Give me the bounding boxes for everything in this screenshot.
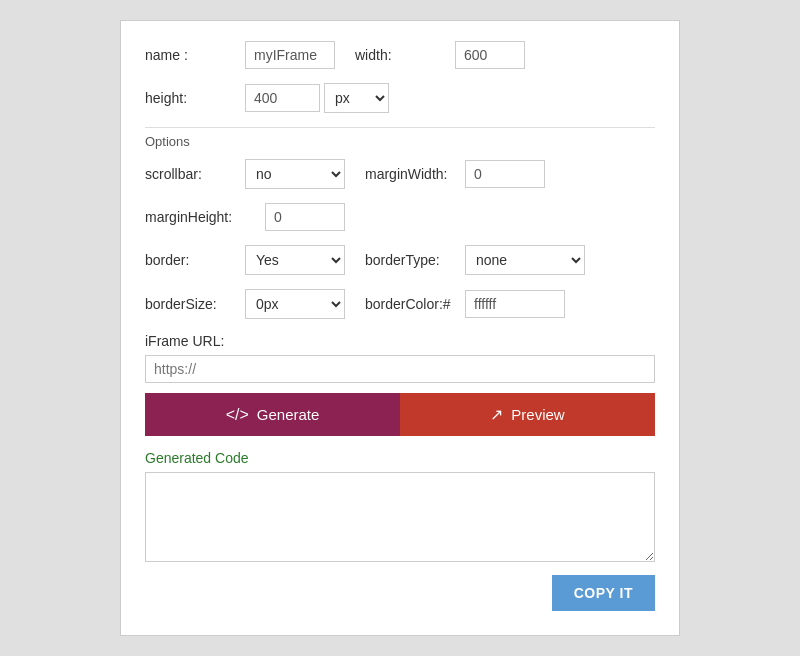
- generated-code-section: Generated Code: [145, 450, 655, 565]
- marginheight-label: marginHeight:: [145, 209, 265, 225]
- action-buttons: </> Generate ↗ Preview: [145, 393, 655, 436]
- iframe-url-input[interactable]: [145, 355, 655, 383]
- external-link-icon: ↗: [490, 405, 503, 424]
- iframe-url-section: iFrame URL:: [145, 333, 655, 393]
- copy-button[interactable]: COPY IT: [552, 575, 655, 611]
- scrollbar-label: scrollbar:: [145, 166, 245, 182]
- preview-label: Preview: [511, 406, 564, 423]
- width-input[interactable]: [455, 41, 525, 69]
- name-input[interactable]: [245, 41, 335, 69]
- copy-row: COPY IT: [145, 575, 655, 611]
- main-card: name : width: height: px % Options scrol…: [120, 20, 680, 636]
- bordertype-label: borderType:: [365, 252, 465, 268]
- bordercolor-input[interactable]: [465, 290, 565, 318]
- marginheight-input[interactable]: [265, 203, 345, 231]
- marginwidth-input[interactable]: [465, 160, 545, 188]
- code-textarea[interactable]: [145, 472, 655, 562]
- scrollbar-select[interactable]: no yes auto: [245, 159, 345, 189]
- border-select[interactable]: Yes No: [245, 245, 345, 275]
- generate-button[interactable]: </> Generate: [145, 393, 400, 436]
- marginwidth-label: marginWidth:: [365, 166, 465, 182]
- bordercolor-label: borderColor:#: [365, 296, 465, 312]
- generated-code-label: Generated Code: [145, 450, 655, 466]
- preview-button[interactable]: ↗ Preview: [400, 393, 655, 436]
- bordertype-select[interactable]: none solid dashed dotted: [465, 245, 585, 275]
- bordersize-label: borderSize:: [145, 296, 245, 312]
- width-label: width:: [355, 47, 455, 63]
- height-label: height:: [145, 90, 245, 106]
- iframe-url-label: iFrame URL:: [145, 333, 655, 349]
- generate-label: Generate: [257, 406, 320, 423]
- options-label: Options: [145, 127, 655, 149]
- border-label: border:: [145, 252, 245, 268]
- name-label: name :: [145, 47, 245, 63]
- height-unit-select[interactable]: px %: [324, 83, 389, 113]
- height-input[interactable]: [245, 84, 320, 112]
- bordersize-select[interactable]: 0px 1px 2px 3px: [245, 289, 345, 319]
- code-icon: </>: [226, 406, 249, 424]
